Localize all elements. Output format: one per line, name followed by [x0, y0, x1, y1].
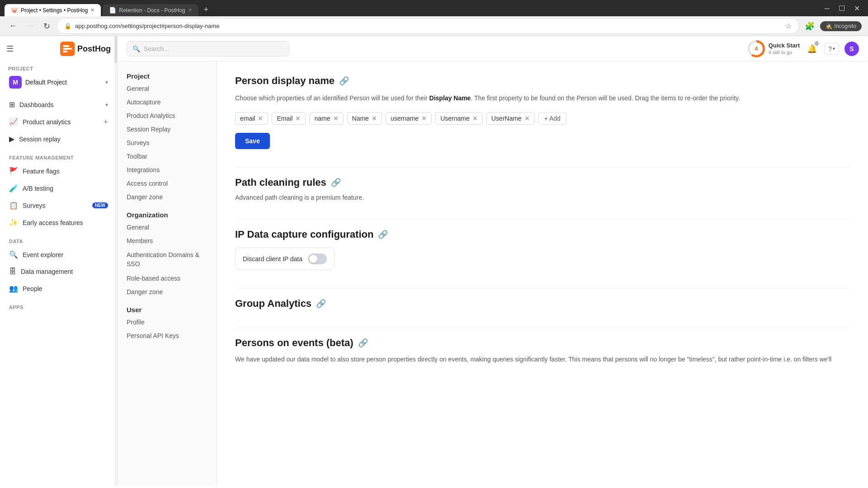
posthog-logo: PostHog [60, 42, 111, 56]
settings-item-integrations[interactable]: Integrations [118, 163, 217, 177]
product-analytics-label: Product analytics [23, 118, 99, 126]
back-button[interactable]: ← [6, 19, 20, 33]
tag-Username-remove[interactable]: ✕ [472, 115, 478, 122]
browser-chrome: 🐷 Project • Settings • PostHog ✕ 📄 Reten… [0, 0, 868, 16]
settings-item-auth-domains[interactable]: Authentication Domains & SSO [118, 248, 217, 272]
quick-start-widget[interactable]: 4 Quick Start 4 still to go [748, 40, 800, 57]
discard-ip-toggle-row: Discard client IP data [235, 248, 335, 270]
session-replay-icon: ▶ [9, 135, 14, 143]
sidebar-item-session-replay[interactable]: ▶ Session replay [5, 131, 113, 147]
discard-ip-toggle[interactable] [308, 253, 327, 264]
surveys-icon: 📋 [9, 201, 18, 210]
settings-item-role-based[interactable]: Role-based access [118, 272, 217, 285]
refresh-button[interactable]: ↻ [41, 19, 53, 33]
settings-item-autocapture[interactable]: Autocapture [118, 95, 217, 109]
tag-UserName-remove[interactable]: ✕ [524, 115, 530, 122]
settings-item-general[interactable]: General [118, 82, 217, 95]
sidebar-item-early-access[interactable]: ✨ Early access features [5, 214, 113, 231]
hamburger-icon[interactable]: ☰ [6, 44, 14, 54]
tab1-close[interactable]: ✕ [90, 7, 94, 13]
settings-item-members[interactable]: Members [118, 234, 217, 248]
address-text: app.posthog.com/settings/project#person-… [75, 23, 782, 29]
surveys-label: Surveys [23, 202, 88, 209]
early-access-label: Early access features [23, 219, 108, 226]
path-cleaning-link-icon[interactable]: 🔗 [331, 178, 341, 188]
person-display-name-link-icon[interactable]: 🔗 [339, 76, 349, 86]
settings-item-profile[interactable]: Profile [118, 315, 217, 329]
sidebar-item-data-management[interactable]: 🗄 Data management [5, 263, 113, 280]
persons-on-events-section: Persons on events (beta) 🔗 We have updat… [235, 328, 850, 365]
settings-item-org-general[interactable]: General [118, 221, 217, 234]
user-avatar[interactable]: S [844, 42, 859, 56]
discard-ip-label: Discard client IP data [243, 255, 302, 263]
tag-email-remove[interactable]: ✕ [258, 115, 263, 122]
tag-name: name ✕ [309, 112, 343, 125]
sidebar-item-product-analytics[interactable]: 📈 Product analytics + [5, 113, 113, 130]
path-cleaning-title-row: Path cleaning rules 🔗 [235, 177, 850, 188]
incognito-badge: 🕵 Incognito [820, 21, 862, 31]
main-content: Person display name 🔗 Choose which prope… [217, 61, 868, 486]
settings-item-surveys[interactable]: Surveys [118, 136, 217, 150]
settings-item-personal-api-keys[interactable]: Personal API Keys [118, 329, 217, 343]
svg-rect-2 [63, 45, 69, 47]
toggle-knob [309, 255, 317, 263]
tag-username-remove[interactable]: ✕ [421, 115, 427, 122]
window-minimize[interactable]: ─ [821, 3, 833, 14]
settings-item-org-danger[interactable]: Danger zone [118, 285, 217, 299]
quick-start-inner: 4 [750, 42, 763, 55]
sidebar-nav-top: ⊞ Dashboards ▾ 📈 Product analytics + ▶ S… [0, 94, 117, 150]
tag-Email-remove[interactable]: ✕ [295, 115, 301, 122]
sidebar-item-people[interactable]: 👥 People [5, 280, 113, 297]
ab-testing-label: A/B testing [23, 185, 108, 192]
address-bar[interactable]: 🔒 app.posthog.com/settings/project#perso… [57, 18, 799, 34]
quick-start-circle: 4 [748, 40, 765, 57]
tab2-title: Retention - Docs - PostHog [119, 7, 185, 14]
persons-on-events-link-icon[interactable]: 🔗 [358, 338, 368, 348]
dashboards-icon: ⊞ [9, 100, 15, 109]
search-placeholder: Search... [144, 45, 169, 52]
tab2-close[interactable]: ✕ [188, 7, 192, 13]
new-tab-button[interactable]: + [200, 5, 212, 14]
extensions-button[interactable]: 🧩 [803, 19, 816, 33]
sidebar-item-dashboards[interactable]: ⊞ Dashboards ▾ [5, 96, 113, 113]
early-access-icon: ✨ [9, 218, 18, 227]
save-button[interactable]: Save [235, 133, 270, 149]
browser-tab-inactive[interactable]: 📄 Retention - Docs - PostHog ✕ [103, 4, 198, 16]
dashboards-chevron-icon: ▾ [105, 102, 108, 108]
window-close[interactable]: ✕ [850, 2, 863, 14]
sidebar-item-ab-testing[interactable]: 🧪 A/B testing [5, 180, 113, 197]
tag-Name-remove[interactable]: ✕ [372, 115, 377, 122]
persons-on-events-desc: We have updated our data model to also s… [235, 354, 850, 365]
sidebar-item-feature-flags[interactable]: 🚩 Feature flags [5, 163, 113, 179]
settings-item-product-analytics[interactable]: Product Analytics [118, 109, 217, 122]
tag-name-remove[interactable]: ✕ [333, 115, 339, 122]
persons-on-events-title: Persons on events (beta) [235, 337, 354, 349]
quick-start-text-group: Quick Start 4 still to go [769, 42, 800, 55]
tag-Name: Name ✕ [347, 112, 382, 125]
window-maximize[interactable]: ☐ [835, 2, 849, 14]
people-icon: 👥 [9, 284, 18, 293]
group-analytics-title: Group Analytics [235, 298, 311, 310]
star-icon[interactable]: ☆ [785, 22, 792, 30]
help-button[interactable]: ? ▾ [824, 43, 839, 55]
product-analytics-add-icon[interactable]: + [103, 118, 108, 126]
session-replay-label: Session replay [19, 136, 108, 143]
add-tag-button[interactable]: + Add [538, 112, 566, 125]
settings-item-toolbar[interactable]: Toolbar [118, 150, 217, 163]
settings-item-access-control[interactable]: Access control [118, 177, 217, 190]
browser-tab-active[interactable]: 🐷 Project • Settings • PostHog ✕ [5, 4, 101, 16]
ip-capture-link-icon[interactable]: 🔗 [378, 230, 388, 239]
svg-rect-1 [63, 48, 72, 50]
notifications-button[interactable]: 🔔 0 [805, 42, 819, 56]
path-cleaning-title: Path cleaning rules [235, 177, 326, 188]
sidebar-item-surveys[interactable]: 📋 Surveys NEW [5, 197, 113, 214]
settings-item-danger-zone[interactable]: Danger zone [118, 190, 217, 204]
sidebar-item-event-explorer[interactable]: 🔍 Event explorer [5, 246, 113, 263]
search-bar[interactable]: 🔍 Search... [127, 41, 289, 56]
project-selector[interactable]: M Default Project ▾ [5, 72, 113, 92]
browser-toolbar: ← → ↻ 🔒 app.posthog.com/settings/project… [0, 16, 868, 36]
settings-item-session-replay[interactable]: Session Replay [118, 122, 217, 136]
group-analytics-link-icon[interactable]: 🔗 [316, 299, 326, 309]
incognito-icon: 🕵 [826, 23, 832, 29]
forward-button[interactable]: → [24, 19, 37, 33]
